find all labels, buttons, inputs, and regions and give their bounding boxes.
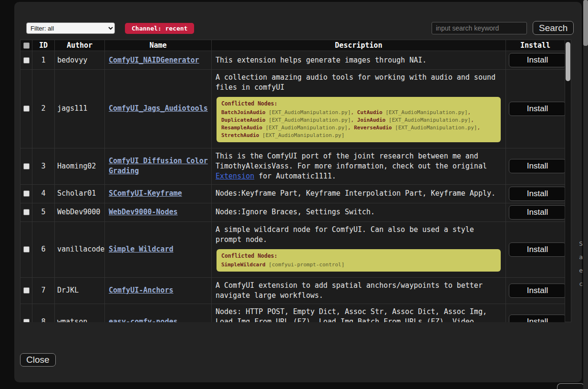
extension-name-link[interactable]: ComfyUI_NAIDGenerator — [109, 56, 199, 64]
extension-name-link[interactable]: WebDev9000-Nodes — [109, 208, 178, 216]
row-checkbox-cell — [21, 203, 32, 221]
row-install-cell: Install — [506, 277, 565, 304]
row-author: jags111 — [55, 70, 105, 148]
row-name-cell: ComfyUI Diffusion Color Grading — [105, 148, 212, 184]
row-install-cell: Install — [506, 221, 565, 277]
install-button[interactable]: Install — [509, 284, 566, 298]
row-id: 1 — [32, 51, 55, 70]
row-id: 8 — [32, 304, 55, 322]
row-id: 5 — [32, 203, 55, 221]
filter-select[interactable]: Filter: all — [26, 22, 115, 34]
row-checkbox[interactable] — [23, 209, 30, 215]
extension-name-link[interactable]: ComfyUI_Jags_Audiotools — [109, 104, 208, 113]
row-name-cell: WebDev9000-Nodes — [105, 203, 212, 221]
search-button[interactable]: Search — [533, 21, 574, 35]
row-description-cell: A simple wildcard node for ComfyUI. Can … — [212, 221, 506, 277]
extension-name-link[interactable]: ComfyUI-Anchors — [109, 286, 173, 294]
table-row: 1bedovyyComfyUI_NAIDGeneratorThis extens… — [21, 51, 565, 70]
table-row: 5WebDev9000WebDev9000-NodesNodes:Ignore … — [21, 203, 565, 221]
row-checkbox-cell — [21, 70, 32, 148]
row-install-cell: Install — [506, 304, 565, 322]
row-id: 7 — [32, 277, 55, 304]
row-name-cell: SComfyUI-Keyframe — [105, 184, 212, 203]
row-checkbox[interactable] — [23, 163, 30, 169]
row-description-cell: This is the ComfyUI port of the joint re… — [212, 148, 506, 184]
install-button[interactable]: Install — [509, 187, 566, 201]
row-author: Scholar01 — [55, 184, 105, 203]
row-checkbox[interactable] — [23, 190, 30, 197]
extensions-table: ID Author Name Description Install 1bedo… — [20, 40, 565, 322]
install-button[interactable]: Install — [509, 53, 566, 67]
row-name-cell: ComfyUI_Jags_Audiotools — [105, 70, 212, 148]
header-author: Author — [55, 40, 105, 51]
row-checkbox-cell — [21, 148, 32, 184]
row-id: 6 — [32, 221, 55, 277]
row-name-cell: ComfyUI-Anchors — [105, 277, 212, 304]
conflicted-nodes-label: Conflicted Nodes: — [221, 100, 496, 107]
row-description: A simple wildcard node for ComfyUI. Can … — [216, 225, 502, 245]
select-all-checkbox[interactable] — [23, 42, 30, 49]
page-scrollbar-thumb[interactable] — [583, 0, 588, 46]
row-checkbox[interactable] — [23, 246, 30, 252]
table-row: 8wmatsoneasy-comfy-nodesNodes: HTTP POST… — [21, 304, 565, 322]
table-row: 4Scholar01SComfyUI-KeyframeNodes:Keyfram… — [21, 184, 565, 203]
header-name: Name — [105, 40, 212, 51]
row-checkbox-cell — [21, 304, 32, 322]
row-install-cell: Install — [506, 51, 565, 70]
partial-background-button — [557, 383, 585, 389]
rows-body: 1bedovyyComfyUI_NAIDGeneratorThis extens… — [21, 51, 565, 323]
row-checkbox[interactable] — [23, 57, 30, 63]
row-author: Haoming02 — [55, 148, 105, 184]
table-row: 7DrJKLComfyUI-AnchorsA ComfyUI extension… — [21, 277, 565, 304]
conflicted-nodes-label: Conflicted Nodes: — [221, 252, 496, 260]
row-author: bedovyy — [55, 51, 105, 70]
row-checkbox-cell — [21, 277, 32, 304]
extension-name-link[interactable]: ComfyUI Diffusion Color Grading — [109, 157, 208, 175]
search-input[interactable] — [432, 22, 527, 34]
extension-name-link[interactable]: SComfyUI-Keyframe — [109, 189, 182, 198]
row-name-cell: Simple Wildcard — [105, 221, 212, 277]
row-description-cell: Nodes:Ignore Braces, Settings Switch. — [212, 203, 506, 221]
row-install-cell: Install — [506, 184, 565, 203]
row-id: 2 — [32, 70, 55, 148]
page-scrollbar-track[interactable] — [583, 0, 588, 389]
extension-name-link[interactable]: Simple Wildcard — [109, 245, 173, 253]
table-row: 2jags111ComfyUI_Jags_AudiotoolsA collect… — [21, 70, 565, 148]
description-link[interactable]: Extension — [216, 172, 254, 180]
table-row: 3Haoming02ComfyUI Diffusion Color Gradin… — [21, 148, 565, 184]
table-scrollbar-thumb[interactable] — [566, 42, 570, 81]
header-description: Description — [212, 40, 506, 51]
install-button[interactable]: Install — [509, 159, 566, 173]
row-name-cell: ComfyUI_NAIDGenerator — [105, 51, 212, 70]
table-scrollbar-track[interactable] — [565, 40, 571, 322]
row-description: This is the ComfyUI port of the joint re… — [216, 151, 502, 181]
close-button[interactable]: Close — [20, 353, 56, 367]
row-description-cell: This extension helps generate images thr… — [212, 51, 506, 70]
row-checkbox-cell — [21, 221, 32, 277]
row-description-cell: Nodes:Keyframe Part, Keyframe Interpolat… — [212, 184, 506, 203]
row-description-cell: A collection amazing audio tools for wor… — [212, 70, 506, 148]
extensions-table-container: ID Author Name Description Install 1bedo… — [20, 40, 571, 322]
row-author: wmatson — [55, 304, 105, 322]
install-button[interactable]: Install — [509, 242, 566, 257]
conflicted-nodes-box: Conflicted Nodes:BatchJoinAudio [EXT_Aud… — [217, 97, 501, 142]
background-text-fragment: e — [579, 267, 583, 274]
background-text-fragment: a — [579, 253, 583, 261]
row-checkbox[interactable] — [23, 105, 30, 112]
row-id: 3 — [32, 148, 55, 184]
row-checkbox[interactable] — [23, 287, 30, 294]
row-author: DrJKL — [55, 277, 105, 304]
install-button[interactable]: Install — [509, 315, 566, 322]
row-checkbox[interactable] — [23, 319, 30, 322]
row-name-cell: easy-comfy-nodes — [105, 304, 212, 322]
install-button[interactable]: Install — [509, 102, 566, 116]
conflicted-nodes-list: SimpleWildcard [comfyui-prompt-control] — [221, 261, 496, 269]
row-description: Nodes: HTTP POST, Empty Dict, Assoc Str,… — [216, 307, 502, 322]
row-description: Nodes:Keyframe Part, Keyframe Interpolat… — [216, 189, 502, 199]
table-header-row: ID Author Name Description Install — [21, 40, 565, 51]
install-button[interactable]: Install — [509, 205, 566, 220]
row-description: This extension helps generate images thr… — [216, 55, 502, 65]
extension-name-link[interactable]: easy-comfy-nodes — [109, 317, 178, 322]
row-author: WebDev9000 — [55, 203, 105, 221]
row-checkbox-cell — [21, 184, 32, 203]
